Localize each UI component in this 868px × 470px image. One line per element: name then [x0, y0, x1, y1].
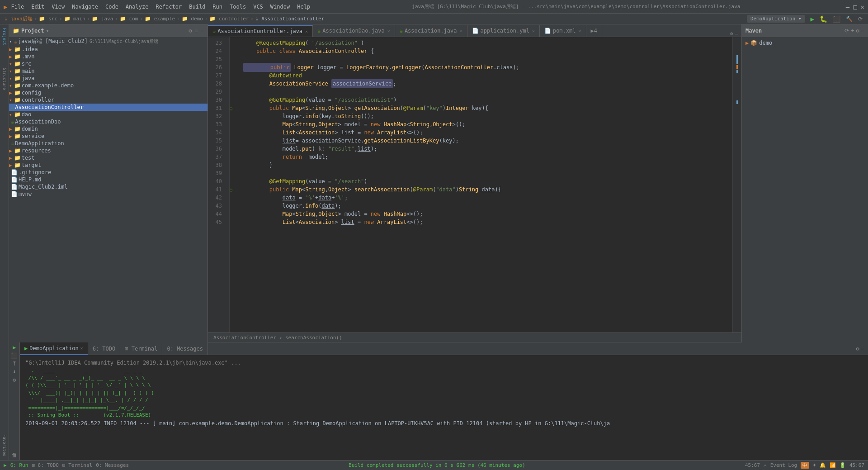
toolbar-stop-btn[interactable]: ⬛: [833, 15, 840, 23]
menu-build[interactable]: Build: [189, 4, 205, 10]
toolbar-debug-btn[interactable]: 🐛: [820, 15, 827, 23]
menu-view[interactable]: View: [52, 4, 65, 10]
tree-resources[interactable]: ▶ 📁 resources: [9, 147, 208, 154]
tab-dao-close[interactable]: ✕: [387, 28, 390, 33]
tree-root[interactable]: ▾ ☕ java后端 [Magic_Club2] G:\111\Magic-Cl…: [9, 37, 208, 46]
tabs-gear-icon[interactable]: ⚙: [730, 31, 733, 37]
project-minimize-icon[interactable]: —: [201, 28, 204, 34]
maven-add-icon[interactable]: +: [851, 28, 854, 34]
run-scroll-top-btn[interactable]: ⤒: [12, 361, 17, 367]
tree-mvn[interactable]: ▶ 📁 .mvn: [9, 53, 208, 60]
tab-assoc-close[interactable]: ✕: [459, 28, 462, 33]
tree-association-dao[interactable]: ☕ AssociationDao: [9, 118, 208, 125]
menu-refactor[interactable]: Refactor: [156, 4, 182, 10]
ln-37: 37: [208, 153, 226, 161]
sidebar-structure-btn[interactable]: Structure: [1, 66, 8, 92]
tree-test[interactable]: ▶ 📁 test: [9, 154, 208, 161]
tab-more[interactable]: ▶4: [586, 25, 602, 37]
run-tab-close[interactable]: ✕: [80, 346, 83, 351]
toolbar-run-btn[interactable]: ▶: [811, 15, 814, 23]
menu-analyze[interactable]: Analyze: [126, 4, 149, 10]
tree-dao[interactable]: ▾ 📁 dao: [9, 111, 208, 118]
tab-yml-close[interactable]: ✕: [532, 28, 535, 33]
menu-run[interactable]: Run: [212, 4, 222, 10]
maximize-button[interactable]: □: [853, 3, 857, 10]
run-gear-icon[interactable]: ⚙: [856, 346, 859, 352]
menu-file[interactable]: File: [11, 4, 24, 10]
tree-gitignore[interactable]: 📄 .gitignore: [9, 169, 208, 176]
run-restart-btn[interactable]: ▶: [13, 344, 16, 351]
run-todo-label: 6: TODO: [93, 346, 116, 352]
maven-item-demo[interactable]: ▶ 📦 demo: [744, 39, 866, 47]
code-content[interactable]: @RequestMapping( "/association" ) public…: [238, 37, 732, 332]
run-settings-btn[interactable]: ⚙: [13, 377, 16, 383]
minimap-panel: [732, 37, 741, 332]
menu-code[interactable]: Code: [105, 4, 118, 10]
tab-pom-xml[interactable]: 📄 pom.xml ✕: [540, 25, 586, 37]
menu-help[interactable]: Help: [297, 4, 310, 10]
tree-config[interactable]: ▶ 📁 config: [9, 89, 208, 96]
app-container: ▶ File Edit View Navigate Code Analyze R…: [0, 0, 868, 470]
tree-com-example[interactable]: ▾ 📁 com.example.demo: [9, 82, 208, 89]
menu-navigate[interactable]: Navigate: [72, 4, 98, 10]
tree-demo-app[interactable]: ☕ DemoApplication: [9, 140, 208, 147]
toolbar-sync-btn[interactable]: ⟳: [858, 16, 863, 22]
tree-src[interactable]: ▾ 📁 src: [9, 60, 208, 67]
tree-java[interactable]: ▾ 📁 java: [9, 75, 208, 82]
tab-application-yml[interactable]: 📄 application.yml ✕: [467, 25, 540, 37]
run-tab-icon: ▶: [24, 345, 28, 351]
project-dropdown-icon[interactable]: ▾: [46, 28, 49, 34]
menu-window[interactable]: Window: [270, 4, 290, 10]
tab-close-btn[interactable]: ✕: [305, 29, 308, 34]
tab-association[interactable]: ☕ Association.java ✕: [395, 25, 467, 37]
run-tab-messages[interactable]: 0: Messages: [162, 342, 208, 355]
tree-service[interactable]: ▶ 📁 service: [9, 133, 208, 140]
tab-association-controller[interactable]: ☕ AssociationController.java ✕: [208, 25, 313, 37]
menu-tools[interactable]: Tools: [230, 4, 246, 10]
minimize-button[interactable]: —: [846, 3, 849, 10]
tree-main[interactable]: ▾ 📁 main: [9, 67, 208, 75]
tab-association-dao[interactable]: ☕ AssociationDao.java ✕: [313, 25, 395, 37]
tree-target[interactable]: ▶ 📁 target: [9, 161, 208, 169]
maven-minimize-icon[interactable]: —: [861, 28, 864, 34]
run-minimize-icon[interactable]: —: [861, 346, 864, 352]
ln-35: 35: [208, 137, 226, 145]
tree-help[interactable]: 📄 HELP.md: [9, 176, 208, 183]
project-settings-icon[interactable]: ≡: [195, 28, 198, 34]
menu-edit[interactable]: Edit: [31, 4, 44, 10]
com-folder-icon: 📁: [14, 82, 21, 89]
gutter-26: [230, 63, 238, 71]
sidebar-project-btn[interactable]: Project: [1, 26, 8, 47]
sidebar-favorites-btn[interactable]: Favorites: [1, 432, 8, 458]
tree-idea[interactable]: ▶ 📁 .idea: [9, 46, 208, 53]
event-log-icon[interactable]: △: [764, 462, 767, 468]
project-gear-icon[interactable]: ⚙: [189, 28, 192, 34]
ln-36: 36: [208, 145, 226, 153]
root-expand-icon: ▾: [9, 38, 12, 44]
tree-mvnw[interactable]: 📄 mvnw: [9, 190, 208, 198]
build-status: Build completed successfully in 6 s 662 …: [349, 462, 525, 468]
run-tab-demo-app[interactable]: ▶ DemoApplication ✕: [20, 342, 88, 355]
tree-domin[interactable]: ▶ 📁 domin: [9, 125, 208, 133]
run-indicator-icon: ▶: [4, 462, 7, 468]
tabs-minimize-icon[interactable]: —: [735, 31, 738, 37]
menu-vcs[interactable]: VCS: [253, 4, 263, 10]
run-scroll-btn[interactable]: ⬇: [13, 369, 16, 375]
run-tab-terminal[interactable]: ⊞ Terminal: [120, 342, 162, 355]
maven-settings-icon[interactable]: ⚙: [856, 28, 859, 34]
maven-refresh-icon[interactable]: ⟳: [844, 28, 849, 34]
status-chinese[interactable]: 中: [801, 462, 809, 469]
toolbar-build-btn[interactable]: 🔨: [846, 16, 853, 22]
gutter-35: [230, 137, 238, 145]
tree-controller[interactable]: ▾ 📁 controller: [9, 96, 208, 104]
run-clear-btn[interactable]: 🗑: [12, 452, 17, 458]
gutter-37: [230, 153, 238, 161]
tree-iml[interactable]: 📄 Magic_Club2.iml: [9, 183, 208, 190]
service-folder-icon: 📁: [14, 133, 21, 139]
tree-association-controller[interactable]: ☕ AssociationController: [9, 104, 208, 111]
run-stop-btn[interactable]: ⬛: [11, 352, 18, 359]
tab-pom-close[interactable]: ✕: [579, 28, 581, 33]
run-tab-todo[interactable]: 6: TODO: [88, 342, 121, 355]
close-button[interactable]: ✕: [861, 3, 864, 10]
run-config-dropdown[interactable]: DemoApplication ▾: [747, 15, 805, 23]
